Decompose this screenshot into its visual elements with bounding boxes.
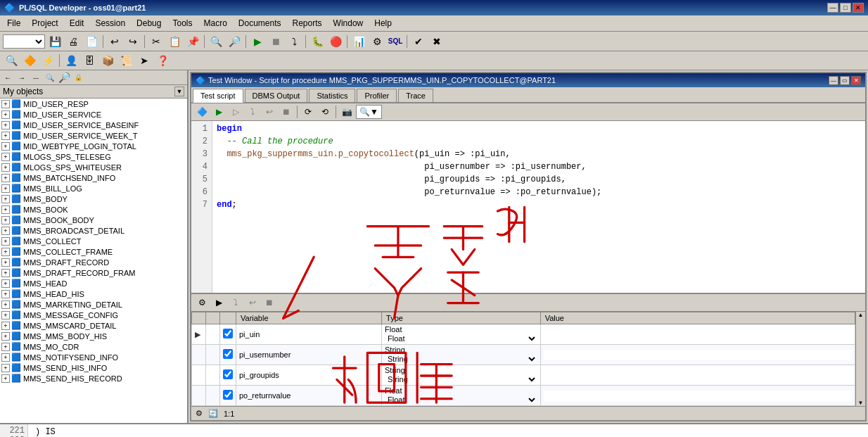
object-tree[interactable]: + 🟦 MID_USER_RESP + 🟦 MID_USER_SERVICE +…: [0, 99, 187, 423]
expand-icon[interactable]: +: [1, 332, 10, 341]
person-icon[interactable]: 👤: [63, 53, 79, 68]
tree-item-mms-batch[interactable]: + 🟦 MMS_BATCHSEND_INFO: [0, 172, 187, 183]
var-value-3[interactable]: [540, 365, 855, 386]
rollback-button[interactable]: ✖: [428, 34, 445, 49]
search-left-btn[interactable]: 🔍: [44, 72, 56, 83]
tree-item-mms-collect-frame[interactable]: + 🟦 MMS_COLLECT_FRAME: [0, 246, 187, 257]
tree-item-mid-webtype[interactable]: + 🟦 MID_WEBTYPE_LOGIN_TOTAL: [0, 141, 187, 151]
test-step1-btn[interactable]: ⤵: [245, 105, 260, 119]
expand-icon[interactable]: +: [1, 258, 10, 267]
find-button[interactable]: 🔍: [208, 34, 224, 49]
search2-button[interactable]: 🔍: [3, 53, 20, 68]
obj-icon[interactable]: 🔶: [21, 53, 38, 68]
proc-icon[interactable]: 📜: [117, 53, 134, 68]
menu-macro[interactable]: Macro: [199, 17, 231, 30]
tree-item-mlogs-sps-teleseg[interactable]: + 🟦 MLOGS_SPS_TELESEG: [0, 151, 187, 162]
var-value-4[interactable]: [540, 386, 855, 406]
row-check[interactable]: [220, 345, 236, 365]
undo-button[interactable]: ↩: [106, 34, 123, 49]
help-icon[interactable]: ❓: [154, 53, 171, 68]
test-search-box[interactable]: 🔍 ▼: [356, 105, 382, 119]
print-button[interactable]: 🖨: [65, 34, 82, 49]
tree-item-mms-marketing[interactable]: + 🟦 MMS_MARKETING_DETAIL: [0, 299, 187, 310]
expand-icon[interactable]: +: [1, 227, 10, 235]
expand-icon[interactable]: +: [1, 195, 10, 203]
debug-button[interactable]: 🐛: [309, 34, 326, 49]
var-step-btn[interactable]: ⤵: [228, 296, 243, 310]
cut-button[interactable]: ✂: [148, 34, 165, 49]
var-run-btn[interactable]: ▶: [211, 296, 226, 310]
run-button[interactable]: ▶: [249, 34, 266, 49]
tree-item-mms-head[interactable]: + 🟦 MMS_HEAD: [0, 278, 187, 289]
menu-file[interactable]: File: [3, 17, 25, 30]
expand-icon[interactable]: +: [1, 364, 10, 372]
tree-item-mid-user-service[interactable]: + 🟦 MID_USER_SERVICE: [0, 109, 187, 120]
type-dropdown-3[interactable]: String: [385, 374, 537, 384]
expand-icon[interactable]: +: [1, 353, 10, 362]
var-value-2[interactable]: [540, 345, 855, 365]
tree-item-mms-draft-fram[interactable]: + 🟦 MMS_DRAFT_RECORD_FRAM: [0, 267, 187, 278]
tab-test-script[interactable]: Test script: [193, 89, 243, 103]
menu-edit[interactable]: Edit: [65, 17, 89, 30]
maximize-button[interactable]: □: [840, 3, 851, 13]
var-value-input-4[interactable]: [544, 391, 852, 401]
expand-icon[interactable]: +: [1, 205, 10, 214]
expand-icon[interactable]: +: [1, 279, 10, 288]
type-dropdown-4[interactable]: Float: [385, 395, 537, 405]
var-check-4[interactable]: [223, 390, 233, 400]
stop-run-button[interactable]: ⏹: [267, 34, 284, 49]
lock-btn[interactable]: 🔒: [72, 72, 84, 83]
tree-item-mms-head-his[interactable]: + 🟦 MMS_HEAD_HIS: [0, 289, 187, 299]
find-left-btn[interactable]: 🔎: [58, 72, 70, 83]
tree-item-mid-user-resp[interactable]: + 🟦 MID_USER_RESP: [0, 99, 187, 109]
commit-button[interactable]: ✔: [410, 34, 427, 49]
code-editor[interactable]: 1 2 3 4 5 6 7 begin -- Call the procedur…: [191, 121, 865, 293]
expand-icon[interactable]: +: [1, 132, 10, 140]
fwd-btn[interactable]: →: [15, 72, 28, 83]
bottom-code-content[interactable]: ) IS ▼ ln_curSeq VARCHAR2(32); lv_ErrorM…: [28, 424, 868, 437]
menu-tools[interactable]: Tools: [168, 17, 196, 30]
tree-item-mms-mms-body[interactable]: + 🟦 MMS_MMS_BODY_HIS: [0, 331, 187, 341]
expand-icon[interactable]: +: [1, 311, 10, 319]
test-restore-btn[interactable]: ▭: [840, 76, 850, 85]
pkg-icon[interactable]: 📦: [99, 53, 116, 68]
expand-icon[interactable]: +: [1, 248, 10, 256]
row-check[interactable]: [220, 365, 236, 386]
expand-icon[interactable]: +: [1, 163, 10, 172]
tree-item-mms-body[interactable]: + 🟦 MMS_BODY: [0, 194, 187, 204]
expand-icon[interactable]: +: [1, 269, 10, 277]
var-stop-btn[interactable]: ⏹: [262, 296, 277, 310]
row-check[interactable]: [220, 386, 236, 406]
var-value-1[interactable]: [540, 324, 855, 345]
test-refresh-btn[interactable]: 🔷: [194, 105, 210, 119]
object-dropdown[interactable]: [3, 34, 45, 49]
var-value-input-1[interactable]: [544, 329, 852, 340]
expand-icon[interactable]: +: [1, 110, 10, 119]
menu-documents[interactable]: Documents: [234, 17, 286, 30]
my-objects-dropdown[interactable]: ▼: [174, 87, 184, 96]
settings-button[interactable]: ⚙: [369, 34, 385, 49]
scrollbar-down[interactable]: ▼: [858, 400, 864, 406]
test-loop2-btn[interactable]: ⟲: [317, 105, 333, 119]
print2-button[interactable]: 📄: [83, 34, 100, 49]
tree-item-mms-send-his-rec[interactable]: + 🟦 MMS_SEND_HIS_RECORD: [0, 373, 187, 384]
expand-icon[interactable]: +: [1, 374, 10, 383]
back-btn[interactable]: ←: [1, 72, 14, 83]
tree-item-mms-collect[interactable]: + 🟦 MMS_COLLECT: [0, 236, 187, 246]
var-value-input-3[interactable]: [544, 370, 852, 381]
expand-icon[interactable]: +: [1, 174, 10, 182]
close-button[interactable]: ✕: [853, 3, 864, 13]
tree-item-mms-message[interactable]: + 🟦 MMS_MESSAGE_CONFIG: [0, 310, 187, 320]
tree-item-mid-user-service-base[interactable]: + 🟦 MID_USER_SERVICE_BASEINF: [0, 120, 187, 130]
var-value-input-2[interactable]: [544, 350, 852, 360]
dash-btn[interactable]: —: [30, 72, 42, 83]
tree-item-mlogs-sps-white[interactable]: + 🟦 MLOGS_SPS_WHITEUSER: [0, 162, 187, 172]
tree-item-mms-send-his[interactable]: + 🟦 MMS_SEND_HIS_INFO: [0, 362, 187, 373]
test-loop-btn[interactable]: ⟳: [300, 105, 316, 119]
arrow-icon[interactable]: ➤: [136, 53, 153, 68]
tree-item-mms-mmscard[interactable]: + 🟦 MMS_MMSCARD_DETAIL: [0, 320, 187, 331]
minimize-button[interactable]: —: [827, 3, 838, 13]
save-button[interactable]: 💾: [46, 34, 63, 49]
object-browser[interactable]: 📊: [350, 34, 367, 49]
type-dropdown-1[interactable]: Float: [385, 334, 537, 343]
